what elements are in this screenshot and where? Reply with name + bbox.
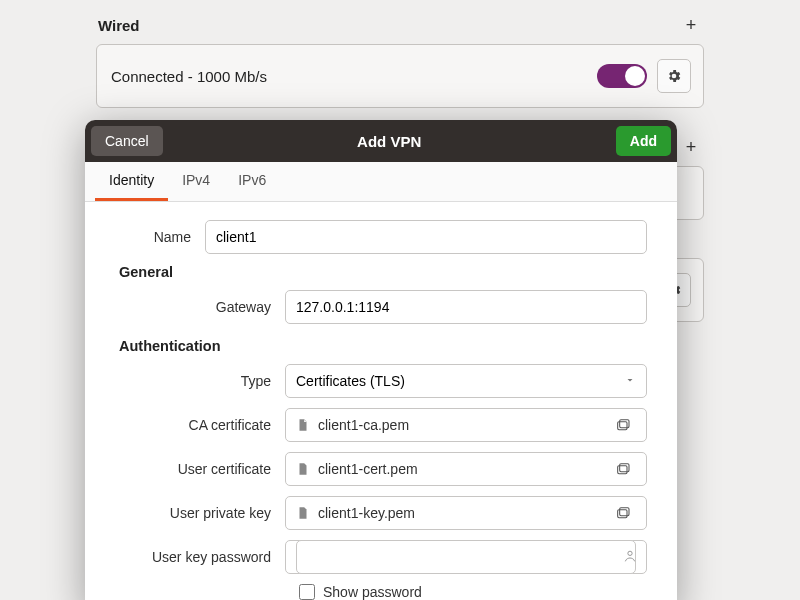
svg-rect-2 bbox=[618, 466, 627, 474]
browse-icon bbox=[615, 461, 631, 477]
add-vpn-dialog: Cancel Add VPN Add Identity IPv4 IPv6 Na… bbox=[85, 120, 677, 600]
user-cert-browse-button[interactable] bbox=[610, 456, 636, 482]
svg-point-6 bbox=[628, 551, 632, 555]
name-input[interactable] bbox=[205, 220, 647, 254]
tab-bar: Identity IPv4 IPv6 bbox=[85, 162, 677, 202]
gateway-input[interactable] bbox=[285, 290, 647, 324]
ca-cert-value: client1-ca.pem bbox=[318, 417, 602, 433]
add-vpn-button[interactable]: + bbox=[680, 136, 702, 158]
general-header: General bbox=[119, 264, 647, 280]
wired-connection-card: Connected - 1000 Mb/s bbox=[96, 44, 704, 108]
type-select[interactable]: Certificates (TLS) bbox=[285, 364, 647, 398]
gateway-label: Gateway bbox=[115, 299, 285, 315]
user-key-label: User private key bbox=[115, 505, 285, 521]
wired-toggle[interactable] bbox=[597, 64, 647, 88]
ca-cert-browse-button[interactable] bbox=[610, 412, 636, 438]
add-wired-button[interactable]: + bbox=[680, 14, 702, 36]
wired-status-text: Connected - 1000 Mb/s bbox=[111, 68, 267, 85]
dialog-title: Add VPN bbox=[357, 133, 421, 150]
svg-rect-3 bbox=[620, 464, 629, 472]
show-password-checkbox[interactable] bbox=[299, 584, 315, 600]
svg-rect-5 bbox=[620, 508, 629, 516]
wired-section-title: Wired bbox=[98, 17, 140, 34]
browse-icon bbox=[615, 417, 631, 433]
user-key-field[interactable]: client1-key.pem bbox=[285, 496, 647, 530]
cancel-button[interactable]: Cancel bbox=[91, 126, 163, 156]
user-cert-value: client1-cert.pem bbox=[318, 461, 602, 477]
dialog-header: Cancel Add VPN Add bbox=[85, 120, 677, 162]
tab-ipv6[interactable]: IPv6 bbox=[224, 162, 280, 201]
user-key-pw-field[interactable] bbox=[285, 540, 647, 574]
user-key-pw-label: User key password bbox=[115, 549, 285, 565]
gear-icon bbox=[666, 68, 682, 84]
add-button[interactable]: Add bbox=[616, 126, 671, 156]
ca-cert-label: CA certificate bbox=[115, 417, 285, 433]
svg-rect-1 bbox=[620, 420, 629, 428]
file-icon bbox=[296, 462, 310, 476]
name-label: Name bbox=[85, 229, 205, 245]
user-key-value: client1-key.pem bbox=[318, 505, 602, 521]
tab-identity[interactable]: Identity bbox=[95, 162, 168, 201]
ca-cert-field[interactable]: client1-ca.pem bbox=[285, 408, 647, 442]
file-icon bbox=[296, 506, 310, 520]
type-label: Type bbox=[115, 373, 285, 389]
user-key-browse-button[interactable] bbox=[610, 500, 636, 526]
user-cert-label: User certificate bbox=[115, 461, 285, 477]
user-key-pw-input[interactable] bbox=[296, 540, 636, 574]
type-value: Certificates (TLS) bbox=[296, 373, 405, 389]
browse-icon bbox=[615, 505, 631, 521]
show-password-label: Show password bbox=[323, 584, 422, 600]
tab-ipv4[interactable]: IPv4 bbox=[168, 162, 224, 201]
user-cert-field[interactable]: client1-cert.pem bbox=[285, 452, 647, 486]
user-icon bbox=[622, 548, 638, 567]
svg-rect-4 bbox=[618, 510, 627, 518]
svg-rect-0 bbox=[618, 422, 627, 430]
chevron-down-icon bbox=[624, 373, 636, 389]
wired-settings-button[interactable] bbox=[657, 59, 691, 93]
file-icon bbox=[296, 418, 310, 432]
auth-header: Authentication bbox=[119, 338, 647, 354]
